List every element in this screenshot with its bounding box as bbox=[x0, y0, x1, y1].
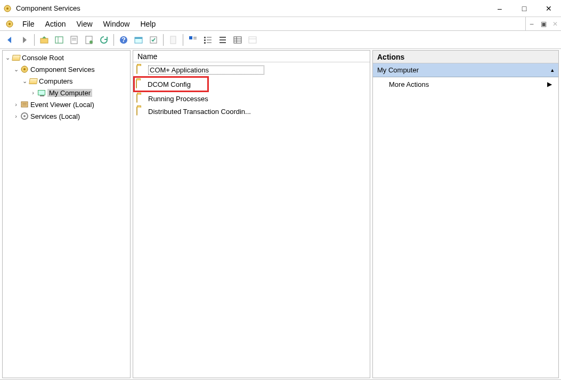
svg-rect-5 bbox=[55, 37, 63, 43]
expand-icon[interactable]: › bbox=[12, 101, 20, 108]
view-extra-button[interactable] bbox=[246, 34, 259, 46]
minimize-button[interactable]: – bbox=[487, 0, 512, 17]
collapse-icon: ▴ bbox=[551, 67, 554, 74]
tree-label: Component Services bbox=[30, 66, 95, 74]
actions-title: Actions bbox=[373, 51, 558, 63]
view-small-icons-button[interactable] bbox=[201, 34, 214, 46]
help-button[interactable]: ? bbox=[117, 34, 130, 46]
mdi-minimize-button[interactable]: – bbox=[526, 19, 537, 29]
main-area: ⌄ Console Root ⌄ Component Services ⌄ Co… bbox=[0, 49, 561, 379]
tree-label: Event Viewer (Local) bbox=[30, 101, 94, 109]
tree-label: Console Root bbox=[22, 54, 64, 62]
folder-icon bbox=[136, 80, 145, 88]
nav-forward-button[interactable] bbox=[18, 34, 31, 46]
expand-icon[interactable]: ⌄ bbox=[12, 66, 20, 73]
tree-label: Services (Local) bbox=[30, 112, 80, 120]
close-button[interactable]: ✕ bbox=[536, 0, 561, 17]
svg-rect-18 bbox=[189, 36, 192, 39]
mmc-icon bbox=[5, 20, 14, 28]
svg-rect-15 bbox=[135, 37, 142, 39]
menu-help[interactable]: Help bbox=[135, 18, 161, 30]
svg-rect-38 bbox=[21, 102, 28, 107]
tree-services[interactable]: › Services (Local) bbox=[3, 110, 130, 122]
list-item-label: Running Processes bbox=[148, 95, 208, 103]
expand-icon[interactable]: ⌄ bbox=[21, 78, 28, 85]
toggle-button-1[interactable] bbox=[147, 34, 160, 46]
window-title: Component Services bbox=[16, 4, 487, 12]
tree-console-root[interactable]: ⌄ Console Root bbox=[3, 52, 130, 63]
tree-my-computer[interactable]: › My Computer bbox=[3, 87, 130, 99]
svg-rect-17 bbox=[170, 36, 176, 44]
list-item-label: Distributed Transaction Coordin... bbox=[148, 108, 251, 116]
expand-icon[interactable]: ⌄ bbox=[4, 54, 11, 61]
title-bar: Component Services – □ ✕ bbox=[0, 0, 561, 17]
menu-action[interactable]: Action bbox=[40, 18, 71, 30]
actions-section-label: My Computer bbox=[377, 66, 419, 74]
list-item-dcom-config[interactable]: DCOM Config bbox=[133, 76, 209, 92]
services-icon bbox=[20, 111, 29, 121]
folder-open-icon bbox=[11, 53, 21, 62]
svg-rect-4 bbox=[40, 38, 48, 43]
svg-point-3 bbox=[9, 23, 11, 25]
list-item-dtc[interactable]: Distributed Transaction Coordin... bbox=[136, 105, 367, 118]
menu-file[interactable]: File bbox=[17, 18, 40, 30]
view-large-icons-button[interactable] bbox=[186, 34, 199, 46]
svg-point-11 bbox=[90, 40, 93, 44]
tree-label: Computers bbox=[39, 77, 73, 85]
folder-icon bbox=[136, 94, 146, 103]
mdi-close-button[interactable]: ✕ bbox=[550, 19, 560, 29]
list-item-label: DCOM Config bbox=[148, 80, 191, 88]
menu-view[interactable]: View bbox=[71, 18, 97, 30]
mdi-restore-button[interactable]: ▣ bbox=[538, 19, 549, 29]
menu-bar: File Action View Window Help – ▣ ✕ bbox=[0, 17, 561, 31]
event-viewer-icon bbox=[20, 100, 29, 109]
tree-label: My Computer bbox=[47, 89, 92, 97]
view-list-button[interactable] bbox=[216, 34, 229, 46]
properties-sheet-button[interactable] bbox=[68, 34, 80, 46]
svg-rect-21 bbox=[204, 37, 206, 38]
computer-icon bbox=[37, 88, 46, 97]
new-window-button[interactable] bbox=[132, 34, 145, 46]
expand-icon[interactable]: › bbox=[12, 113, 20, 119]
up-button[interactable] bbox=[38, 34, 51, 46]
menu-window[interactable]: Window bbox=[98, 18, 135, 30]
actions-link-label: More Actions bbox=[389, 80, 429, 88]
maximize-button[interactable]: □ bbox=[512, 0, 536, 17]
folder-icon bbox=[136, 66, 146, 74]
svg-point-42 bbox=[23, 115, 26, 117]
nav-back-button[interactable] bbox=[3, 34, 16, 46]
tree-component-services[interactable]: ⌄ Component Services bbox=[3, 63, 130, 75]
actions-more-actions[interactable]: More Actions ▶ bbox=[373, 77, 558, 91]
tree-computers[interactable]: ⌄ Computers bbox=[3, 75, 130, 87]
svg-text:?: ? bbox=[121, 36, 126, 44]
show-hide-tree-button[interactable] bbox=[53, 34, 66, 46]
actions-section-header[interactable]: My Computer ▴ bbox=[373, 63, 558, 77]
svg-rect-23 bbox=[204, 42, 206, 44]
svg-point-1 bbox=[6, 7, 9, 10]
tree-event-viewer[interactable]: › Event Viewer (Local) bbox=[3, 99, 130, 110]
folder-icon bbox=[136, 107, 146, 116]
list-item-com-applications[interactable]: COM+ Applications bbox=[136, 63, 264, 76]
actions-panel: Actions My Computer ▴ More Actions ▶ bbox=[372, 50, 559, 378]
export-list-button[interactable] bbox=[83, 34, 95, 46]
toggle-button-2[interactable] bbox=[167, 34, 180, 46]
gear-icon bbox=[20, 64, 29, 74]
submenu-icon: ▶ bbox=[547, 80, 552, 88]
svg-rect-34 bbox=[249, 37, 256, 43]
tree-panel: ⌄ Console Root ⌄ Component Services ⌄ Co… bbox=[2, 50, 131, 378]
status-bar bbox=[0, 379, 561, 392]
svg-point-37 bbox=[23, 68, 26, 70]
list-item-running-processes[interactable]: Running Processes bbox=[136, 92, 367, 105]
list-panel: Name COM+ Applications DCOM Config Runni… bbox=[133, 50, 370, 378]
expand-icon[interactable]: › bbox=[29, 89, 37, 96]
app-icon bbox=[3, 4, 12, 13]
svg-rect-30 bbox=[234, 37, 241, 43]
list-column-name[interactable]: Name bbox=[133, 51, 370, 62]
folder-open-icon bbox=[28, 76, 38, 86]
refresh-button[interactable] bbox=[97, 34, 110, 46]
mdi-controls: – ▣ ✕ bbox=[525, 17, 561, 30]
toolbar: ? bbox=[0, 31, 561, 49]
svg-rect-22 bbox=[204, 39, 206, 41]
view-details-button[interactable] bbox=[231, 34, 244, 46]
list-item-label: COM+ Applications bbox=[148, 66, 264, 75]
